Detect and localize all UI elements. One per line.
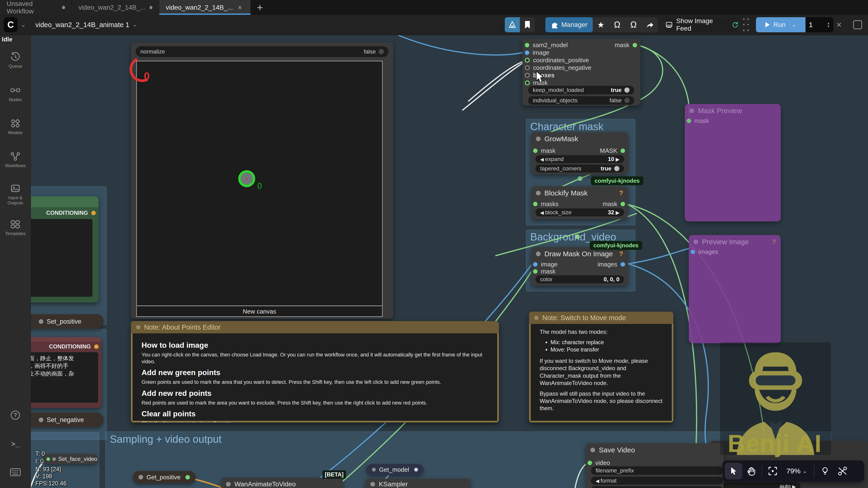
preview-image-node-bypassed[interactable]: Preview Image? images: [689, 235, 781, 343]
sidebar-item-nodes[interactable]: Nodes: [0, 85, 31, 102]
keep-model-loaded-widget[interactable]: keep_model_loaded true: [528, 86, 634, 94]
toggle-links-button[interactable]: [834, 463, 851, 479]
new-tab-button[interactable]: +: [251, 0, 269, 15]
share-icon[interactable]: [642, 21, 658, 29]
sidebar-item-terminal[interactable]: >_: [0, 441, 31, 448]
note-about-points-editor[interactable]: Note: About Points Editor How to load im…: [131, 321, 499, 422]
increment-arrow-icon[interactable]: ▶: [616, 210, 619, 215]
input-port[interactable]: [525, 65, 530, 70]
ksampler-node[interactable]: KSampler: [366, 479, 470, 488]
collapse-dot-icon[interactable]: [136, 325, 140, 329]
output-port[interactable]: [414, 468, 418, 471]
output-port[interactable]: [632, 43, 637, 47]
custom-nodes-icon[interactable]: Ω: [609, 20, 625, 30]
help-icon[interactable]: ?: [772, 238, 776, 246]
mask-preview-header[interactable]: Mask Preview: [685, 104, 781, 118]
individual-objects-widget[interactable]: individual_objects false: [528, 96, 634, 105]
get-positive-node[interactable]: Get_positive: [133, 471, 195, 483]
new-canvas-button[interactable]: New canvas: [136, 306, 382, 317]
positive-text-area[interactable]: [20, 219, 92, 297]
show-image-feed-button[interactable]: Show Image Feed: [665, 17, 739, 32]
collapse-dot-icon[interactable]: [370, 482, 375, 487]
tab-close-icon[interactable]: ×: [237, 3, 243, 11]
increment-arrow-icon[interactable]: ▶: [616, 157, 619, 162]
note-move-header[interactable]: Note: Switch to Move mode: [529, 312, 673, 324]
bookmark-button[interactable]: [520, 17, 535, 32]
tab-unsaved-workflow[interactable]: Unsaved Workflow: [0, 0, 72, 15]
collapse-dot-icon[interactable]: [534, 316, 538, 320]
input-port[interactable]: [525, 73, 530, 78]
green-point[interactable]: [238, 170, 255, 187]
collapse-dot-icon[interactable]: [39, 418, 43, 422]
points-editor-node[interactable]: normalize false 0 0 New canvas: [131, 42, 393, 319]
input-port[interactable]: [533, 149, 537, 153]
increment-arrow-icon[interactable]: ▶: [792, 484, 796, 488]
collapse-dot-icon[interactable]: [689, 108, 694, 113]
block-size-widget[interactable]: ◀ block_size 32 ▶: [535, 208, 624, 217]
output-port[interactable]: [94, 345, 99, 349]
input-port[interactable]: [691, 250, 695, 254]
sidebar-item-shortcuts[interactable]: [0, 468, 31, 477]
input-port[interactable]: [525, 51, 529, 55]
maximize-icon[interactable]: [851, 17, 864, 32]
input-port[interactable]: [533, 269, 537, 274]
collapse-dot-icon[interactable]: [536, 252, 540, 256]
save-video-node[interactable]: Save Video video filename_prefix ◀ forma…: [586, 443, 724, 488]
blockify-header[interactable]: Blockify Mask?: [531, 186, 628, 200]
growmask-header[interactable]: GrowMask: [531, 132, 628, 146]
tapered-corners-widget[interactable]: tapered_corners true: [535, 165, 624, 172]
manager-button[interactable]: Manager: [545, 17, 593, 32]
sidebar-item-templates[interactable]: Templates: [0, 219, 31, 236]
input-port[interactable]: [525, 58, 530, 63]
help-icon[interactable]: ?: [619, 250, 623, 258]
output-port[interactable]: [621, 262, 625, 267]
codec-widget[interactable]: ◀ codec: [591, 486, 723, 488]
color-widget[interactable]: color 0, 0, 0: [535, 275, 624, 283]
select-tool-button[interactable]: [725, 463, 742, 479]
output-port[interactable]: [621, 149, 625, 153]
output-port[interactable]: [91, 211, 96, 215]
help-icon[interactable]: ?: [619, 189, 623, 197]
save-video-header[interactable]: Save Video: [586, 443, 724, 457]
collapse-dot-icon[interactable]: [39, 319, 43, 324]
collapse-dot-icon[interactable]: [372, 468, 376, 471]
stepper-arrows-icon[interactable]: ▲▼: [827, 22, 830, 28]
filename-prefix-widget[interactable]: filename_prefix: [591, 466, 723, 475]
collapse-dot-icon[interactable]: [536, 191, 540, 195]
note-switch-move-mode[interactable]: Note: Switch to Move mode The model has …: [529, 312, 673, 422]
set-face-video-node[interactable]: Set_face_video: [43, 454, 98, 464]
input-port[interactable]: [533, 202, 537, 206]
input-port[interactable]: [588, 461, 592, 465]
wananimate-to-video-node[interactable]: WanAnimateToVideo: [221, 478, 343, 488]
assets-button[interactable]: [505, 17, 520, 32]
get-model-node[interactable]: Get_model: [366, 464, 424, 475]
collapse-dot-icon[interactable]: [52, 457, 56, 461]
star-icon[interactable]: ★: [593, 20, 609, 30]
collapse-dot-icon[interactable]: [138, 475, 143, 480]
blockify-mask-node[interactable]: Blockify Mask? masks mask ◀ block_size 3…: [531, 186, 628, 219]
preview-image-header[interactable]: Preview Image?: [689, 235, 781, 249]
format-widget[interactable]: ◀ format: [591, 477, 723, 485]
drag-handle-icon[interactable]: [743, 17, 750, 32]
theme-toggle-button[interactable]: [816, 463, 834, 479]
input-port[interactable]: [525, 80, 530, 85]
decrement-arrow-icon[interactable]: ◀: [596, 478, 600, 484]
input-port[interactable]: [46, 457, 50, 461]
collapse-dot-icon[interactable]: [590, 448, 595, 452]
normalize-widget[interactable]: normalize false: [135, 46, 389, 57]
pan-tool-button[interactable]: [742, 463, 760, 479]
close-icon[interactable]: ×: [833, 17, 845, 32]
comfyui-logo[interactable]: C: [4, 17, 18, 32]
sidebar-item-help[interactable]: ?: [0, 410, 31, 421]
collapse-dot-icon[interactable]: [536, 136, 540, 141]
zoom-level-dropdown[interactable]: 79% ⌄: [781, 463, 812, 479]
growmask-node[interactable]: GrowMask mask MASK ◀ expand 10 ▶ tapered…: [531, 132, 628, 174]
decrement-arrow-icon[interactable]: ◀: [540, 157, 545, 162]
draw-mask-on-image-node[interactable]: Draw Mask On Image? image images mask co…: [531, 247, 628, 286]
batch-count-stepper[interactable]: 1 ▲▼: [805, 17, 833, 32]
tab-video-wan2-1[interactable]: video_wan2_2_14B_...: [72, 0, 159, 15]
missing-nodes-icon[interactable]: Ω: [625, 20, 642, 30]
input-port[interactable]: [525, 43, 529, 47]
tab-video-wan2-2-active[interactable]: video_wan2_2_14B_... ×: [159, 0, 251, 15]
fit-view-button[interactable]: [764, 463, 781, 479]
